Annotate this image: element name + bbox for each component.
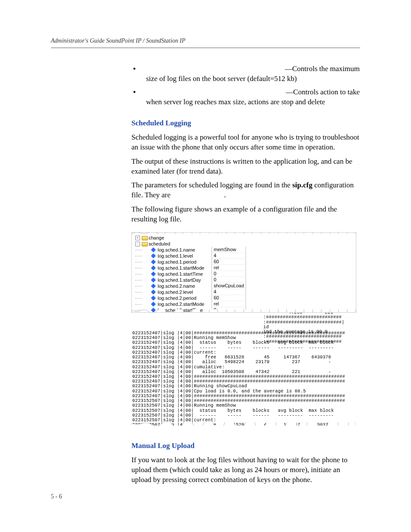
log-text: 0223152407|slog |4|00|##################… [131, 331, 355, 426]
tree-attr-row: log.sched.1.namememShow [135, 247, 356, 253]
attr-value: memShow [212, 247, 246, 253]
tree-attr-row: log.sched.1.startModerel [135, 265, 356, 271]
bullet-dash: — [286, 88, 293, 96]
tree-connector-icon [135, 262, 142, 262]
attr-value: rel [212, 265, 246, 271]
page-header: Administrator's Guide SoundPoint IP / So… [51, 37, 360, 45]
config-figure: + change - scheduled log.sched.1.namemem… [131, 232, 360, 426]
paragraph: The following figure shows an example of… [131, 205, 360, 224]
attr-label: log.sched.2.level [158, 289, 212, 295]
expand-icon: + [135, 236, 140, 240]
tree-connector-icon [135, 274, 142, 274]
attr-label: log.sched.1.period [158, 259, 212, 264]
tree-connector-icon [135, 280, 142, 280]
collapse-icon: - [135, 242, 140, 246]
attribute-icon [151, 302, 156, 307]
attr-label: log.sched.2.startMode [158, 302, 212, 307]
tree-attr-row: log.sched.1.startDay0 [135, 277, 356, 283]
attr-label: log.sched.2.startTime [158, 308, 212, 313]
paragraph: Scheduled logging is a powerful tool for… [131, 133, 360, 152]
log-output-block: 47293 221 :########################### :… [131, 313, 355, 426]
tree-connector-icon [135, 310, 142, 311]
attr-label: log.sched.1.level [158, 253, 212, 258]
tree-connector-icon [135, 292, 142, 292]
attr-label: log.sched.2.period [158, 296, 212, 301]
header-title: Administrator's Guide SoundPoint IP / So… [51, 37, 185, 44]
tree-attr-row: log.sched.1.level4 [135, 253, 356, 259]
attribute-icon [151, 296, 156, 301]
attr-label: log.sched.1.startDay [158, 277, 212, 283]
bullet-item: • —Controls action to take when server l… [131, 87, 360, 107]
text: The parameters for scheduled logging are… [131, 181, 292, 189]
tree-attr-row: log.sched.1.startTime0 [135, 271, 356, 277]
tree-attr-row: log.sched.2.startTime0 [135, 307, 356, 313]
tree-connector-icon [135, 250, 142, 250]
tree-node-scheduled: - scheduled [135, 241, 356, 247]
attribute-icon [151, 260, 156, 264]
attr-label: log.sched.2.name [158, 283, 212, 289]
attr-value: 60 [212, 259, 246, 265]
tree-connector-icon [135, 256, 142, 256]
bullet-rest: when server log reaches max size, action… [146, 97, 360, 107]
tree-connector-icon [135, 304, 142, 305]
attribute-icon [151, 308, 156, 313]
bullet-marker: • [131, 87, 146, 97]
attribute-icon [151, 290, 156, 295]
log-fragment: 47293 221 :########################### :… [263, 313, 354, 344]
folder-icon [142, 236, 147, 240]
tree-attr-row: log.sched.2.nameshowCpuLoad [135, 283, 356, 289]
attr-value: rel [212, 301, 246, 307]
attribute-icon [151, 248, 156, 252]
tree-attr-row: log.sched.2.startModerel [135, 301, 356, 307]
attr-value: showCpuLoad [212, 283, 246, 289]
header-rule [51, 47, 360, 48]
bullet-lead: Controls action to take [293, 88, 360, 96]
attr-value: 0 [212, 271, 246, 277]
tree-connector-icon [135, 286, 142, 286]
tree-attr-row: log.sched.2.level4 [135, 289, 356, 295]
attr-label: log.sched.1.name [158, 247, 212, 252]
attribute-icon [151, 278, 156, 283]
tree-attr-row: log.sched.2.period60 [135, 295, 356, 301]
tree-label: change [149, 235, 164, 240]
heading-manual-log-upload: Manual Log Upload [131, 441, 360, 451]
attr-value: 60 [212, 295, 246, 301]
attribute-icon [151, 254, 156, 258]
tree-attr-row: log.sched.1.period60 [135, 259, 356, 265]
tree-node-change: + change [135, 235, 356, 241]
bullet-rest: size of log files on the boot server (de… [146, 74, 360, 84]
attr-value: 4 [212, 289, 246, 295]
attribute-icon [151, 284, 156, 289]
config-tree-panel: + change - scheduled log.sched.1.namemem… [131, 232, 356, 313]
bullet-body: —Controls the maximum size of log files … [146, 64, 360, 84]
bullet-marker: • [131, 64, 146, 74]
bullet-dash: — [285, 65, 292, 73]
attr-value: 4 [212, 253, 246, 259]
paragraph: If you want to look at the log files wit… [131, 455, 360, 485]
text: . [224, 191, 226, 199]
attr-value: 0 [212, 307, 246, 313]
folder-icon [142, 242, 147, 246]
page-number: 5 - 6 [51, 493, 62, 501]
paragraph: The parameters for scheduled logging are… [131, 180, 360, 200]
bullet-body: —Controls action to take when server log… [146, 87, 360, 107]
attr-value: 0 [212, 277, 246, 283]
bullet-item: • —Controls the maximum size of log file… [131, 64, 360, 84]
attr-label: log.sched.1.startTime [158, 271, 212, 277]
bullet-lead: Controls the maximum [292, 65, 360, 73]
tree-label: scheduled [149, 241, 170, 246]
attribute-icon [151, 266, 156, 271]
tree-connector-icon [135, 298, 142, 299]
attribute-icon [151, 272, 156, 277]
tree-connector-icon [135, 268, 142, 268]
heading-scheduled-logging: Scheduled Logging [131, 118, 360, 128]
paragraph: The output of these instructions is writ… [131, 157, 360, 177]
attr-label: log.sched.1.startMode [158, 265, 212, 271]
config-file-name: sip.cfg [292, 181, 312, 189]
